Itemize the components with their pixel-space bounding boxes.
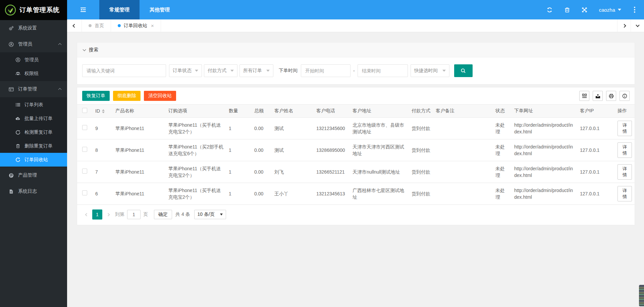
current-page[interactable]: 1 (92, 209, 102, 220)
search-button[interactable] (454, 64, 473, 77)
row-checkbox[interactable] (82, 147, 87, 152)
sidebar-item-admin[interactable]: 管理员 (0, 53, 67, 67)
select-all-checkbox[interactable] (82, 108, 87, 113)
detail-button[interactable]: 详情 (618, 121, 632, 136)
cell-id: 8 (93, 139, 113, 161)
detail-button[interactable]: 详情 (618, 164, 632, 180)
end-time-input[interactable] (358, 64, 408, 77)
tab-home[interactable]: 首页 (82, 19, 111, 32)
sidebar-item-detect-duplicates[interactable]: 检测重复订单 (0, 125, 67, 139)
chevron-up-icon (58, 43, 62, 47)
sort-icon[interactable] (102, 109, 105, 113)
sidebar-item-products[interactable]: 产品管理 (0, 167, 67, 183)
page-size-select[interactable]: 10 条/页 (194, 210, 226, 219)
header-tab-label: 其他管理 (150, 7, 170, 13)
sidebar-item-recycle-bin[interactable]: 订单回收站 (0, 153, 67, 167)
menu-collapse-icon[interactable] (67, 0, 99, 19)
cell-qty: 1 (226, 161, 252, 183)
sidebar-item-order-group[interactable]: 订单管理 (0, 81, 67, 97)
cell-address: 天津市天津市河西区测试地址 (350, 139, 409, 161)
refresh-icon[interactable] (547, 7, 553, 13)
payment-method-select[interactable]: 付款方式 (204, 64, 237, 77)
page-number-input[interactable] (127, 210, 141, 219)
sidebar-item-permission-group[interactable]: 权限组 (0, 67, 67, 80)
username-label: caozha (599, 7, 615, 13)
row-checkbox[interactable] (82, 125, 87, 130)
sidebar-item-order-list[interactable]: 订单列表 (0, 98, 67, 112)
row-checkbox[interactable] (82, 190, 87, 195)
print-button[interactable] (606, 91, 616, 101)
select-value: 付款方式 (208, 68, 226, 74)
next-page-button[interactable] (104, 209, 112, 220)
sidebar-item-label: 管理员 (24, 57, 39, 63)
prev-page-button[interactable] (82, 209, 91, 220)
keyword-input[interactable] (82, 64, 166, 77)
sidebar-nav: 系统设置 管理员 管理员 权限组 订单管理 订单列表 (0, 20, 67, 199)
page-unit-label: 页 (143, 211, 148, 218)
col-url: 下单网址 (512, 105, 577, 118)
col-id[interactable]: ID (93, 105, 113, 118)
table-row: 9 苹果iPhone11 苹果iPhone11（买手机送充电宝2个） 1 0.0… (77, 118, 635, 139)
sidebar-item-system-log[interactable]: 系统日志 (0, 183, 67, 199)
restore-order-button[interactable]: 恢复订单 (82, 91, 110, 101)
tab-recycle-bin[interactable]: 订单回收站 × (111, 19, 161, 32)
sidebar-item-label: 删除重复订单 (24, 143, 53, 149)
detail-button[interactable]: 详情 (618, 186, 632, 201)
hard-delete-button[interactable]: 彻底删除 (113, 91, 141, 101)
quick-time-select[interactable]: 快捷选时间 (411, 64, 449, 77)
tabs-scroll-left-button[interactable] (67, 19, 82, 32)
close-icon[interactable]: × (151, 23, 154, 28)
info-button[interactable] (620, 91, 630, 101)
cell-phone: 13212345600 (314, 118, 350, 139)
search-panel-header[interactable]: 搜索 (77, 43, 635, 57)
sidebar-item-delete-duplicates[interactable]: 删除重复订单 (0, 139, 67, 153)
cell-total: 0.00 (252, 161, 272, 183)
tabs-menu-button[interactable] (631, 19, 644, 32)
detail-button[interactable]: 详情 (618, 142, 632, 158)
row-checkbox[interactable] (82, 169, 87, 174)
goto-label: 到第 (115, 211, 124, 218)
columns-icon (582, 94, 587, 99)
cell-payment: 货到付款 (409, 139, 433, 161)
sidebar-item-label: 产品管理 (18, 172, 37, 178)
columns-filter-button[interactable] (579, 91, 589, 101)
overlay-widget[interactable] (639, 285, 644, 306)
sidebar-item-label: 订单管理 (18, 86, 37, 92)
header-tab-other[interactable]: 其他管理 (140, 0, 180, 19)
search-panel: 搜索 订单状态 付款方式 所有订单 下单时间 - 快捷选时间 (77, 42, 635, 84)
select-value: 订单状态 (173, 68, 192, 74)
cell-phone: 13286895000 (314, 139, 350, 161)
tabs-scroll-right-button[interactable] (617, 19, 631, 32)
cell-qty: 1 (226, 183, 252, 205)
chevron-down-icon (636, 23, 639, 27)
sidebar-item-label: 订单列表 (24, 102, 43, 108)
empty-recycle-bin-button[interactable]: 清空回收站 (144, 91, 176, 101)
order-time-label: 下单时间 (279, 68, 298, 74)
confirm-page-button[interactable]: 确定 (154, 210, 172, 219)
sidebar-item-admin-group[interactable]: 管理员 (0, 36, 67, 52)
trash-icon[interactable] (564, 7, 570, 13)
more-options-icon[interactable] (633, 7, 637, 13)
sidebar-submenu-admin: 管理员 权限组 (0, 52, 67, 81)
sidebar-item-settings[interactable]: 系统设置 (0, 20, 67, 36)
order-status-select[interactable]: 订单状态 (169, 64, 202, 77)
fullscreen-icon[interactable] (582, 7, 588, 13)
start-time-input[interactable] (301, 64, 351, 77)
table-toolbar: 恢复订单 彻底删除 清空回收站 (77, 87, 635, 104)
cell-product: 苹果iPhone11 (113, 118, 166, 139)
user-menu[interactable]: caozha (599, 7, 621, 13)
select-value: 所有订单 (243, 68, 262, 74)
dropdown-arrow-icon (195, 70, 198, 72)
sidebar-item-batch-upload[interactable]: 批量上传订单 (0, 112, 67, 125)
app-title: 订单管理系统 (19, 6, 60, 14)
cell-customer: 刘飞 (272, 161, 314, 183)
orders-table-panel: 恢复订单 彻底删除 清空回收站 (77, 87, 635, 225)
header-tab-general[interactable]: 常规管理 (99, 0, 140, 19)
order-scope-select[interactable]: 所有订单 (239, 64, 273, 77)
cell-total: 0.00 (252, 139, 272, 161)
export-button[interactable] (593, 91, 603, 101)
table-icon (9, 87, 14, 92)
sidebar-item-label: 订单回收站 (24, 157, 48, 163)
cell-payment: 货到付款 (409, 183, 433, 205)
sidebar-item-label: 权限组 (24, 71, 39, 77)
